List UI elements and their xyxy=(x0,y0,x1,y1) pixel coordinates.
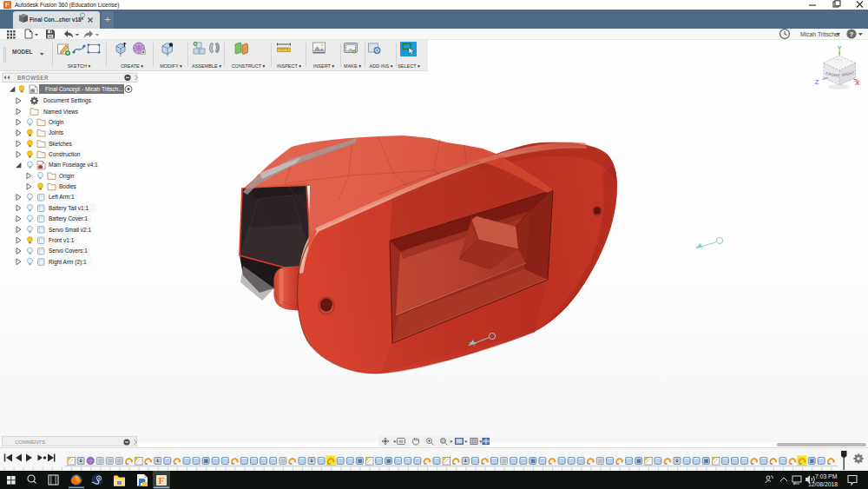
svg-text:7:03 PM: 7:03 PM xyxy=(815,473,838,479)
svg-text:Z: Z xyxy=(815,78,819,86)
svg-text:Y: Y xyxy=(838,44,842,52)
svg-text:Right Arm (2):1: Right Arm (2):1 xyxy=(49,259,87,266)
svg-text:Bodies: Bodies xyxy=(59,183,77,189)
svg-text:Left Arm:1: Left Arm:1 xyxy=(49,194,75,200)
svg-text:Origin: Origin xyxy=(49,119,64,126)
svg-text:F: F xyxy=(158,475,164,486)
svg-text:Battery Tail v1:1: Battery Tail v1:1 xyxy=(49,205,89,212)
svg-text:Joints: Joints xyxy=(49,129,64,135)
svg-text:Main Fuselage v4:1: Main Fuselage v4:1 xyxy=(49,162,98,169)
svg-text:Named Views: Named Views xyxy=(43,109,79,115)
svg-text:?: ? xyxy=(850,30,854,38)
svg-text:Micah Tritscher: Micah Tritscher xyxy=(800,31,841,37)
svg-text:Front v1:1: Front v1:1 xyxy=(49,237,75,243)
svg-text:Final Concept - Micah Tritsch.: Final Concept - Micah Tritsch... xyxy=(45,86,123,93)
svg-text:Document Settings: Document Settings xyxy=(43,97,92,104)
svg-text:Battery Cover:1: Battery Cover:1 xyxy=(49,215,89,222)
svg-text:X: X xyxy=(855,79,860,87)
svg-text:Sketches: Sketches xyxy=(49,141,72,147)
svg-text:12/08/2018: 12/08/2018 xyxy=(808,481,838,487)
svg-text:Servo Small v2:1: Servo Small v2:1 xyxy=(49,227,92,233)
svg-text:Servo Covers:1: Servo Covers:1 xyxy=(49,248,88,254)
svg-text:BROWSER: BROWSER xyxy=(17,75,49,81)
svg-text:Origin: Origin xyxy=(59,173,75,180)
svg-text:Construction: Construction xyxy=(49,151,81,157)
